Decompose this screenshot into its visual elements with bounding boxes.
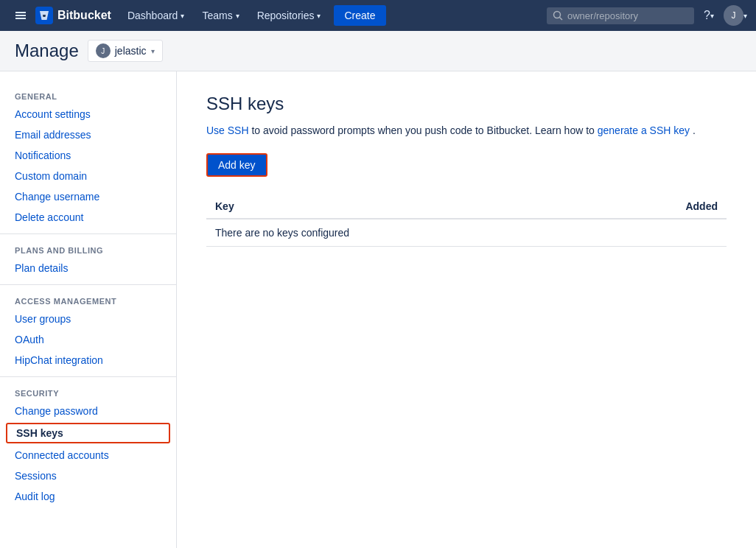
sidebar: General Account settings Email addresses… [0,71,177,548]
help-chevron: ▾ [710,12,714,20]
sidebar-item-audit-log[interactable]: Audit log [0,486,176,507]
user-selector[interactable]: J jelastic ▾ [88,40,163,62]
sidebar-section-access: Access Management [0,291,176,309]
search-input[interactable] [567,10,671,21]
content-title: SSH keys [206,94,727,114]
page-header: Manage J jelastic ▾ [0,31,756,71]
sidebar-item-ssh-keys[interactable]: SSH keys [6,423,170,443]
sidebar-section-general: General [0,86,176,104]
nav-teams[interactable]: Teams ▾ [195,0,246,31]
sidebar-item-hipchat[interactable]: HipChat integration [0,350,176,370]
keys-table-header: Key Added [206,194,727,219]
svg-line-4 [560,18,563,21]
main-layout: General Account settings Email addresses… [0,71,756,548]
nav-dashboard[interactable]: Dashboard ▾ [120,0,192,31]
sidebar-divider-3 [0,376,176,377]
nav-dashboard-label: Dashboard [127,10,178,21]
sidebar-item-account-settings[interactable]: Account settings [0,104,176,124]
nav-repositories-chevron: ▾ [317,12,321,20]
sidebar-item-email-addresses[interactable]: Email addresses [0,124,176,145]
navbar: Bitbucket Dashboard ▾ Teams ▾ Repositori… [0,0,756,31]
help-button[interactable]: ? ▾ [697,4,721,27]
sidebar-item-connected-accounts[interactable]: Connected accounts [0,445,176,466]
svg-point-3 [554,12,561,18]
sidebar-item-user-groups[interactable]: User groups [0,309,176,329]
sidebar-divider-1 [0,233,176,234]
nav-teams-chevron: ▾ [236,12,239,20]
sidebar-section-plans: Plans and Billing [0,240,176,258]
create-button[interactable]: Create [334,5,385,26]
search-box[interactable] [547,7,694,24]
use-ssh-link[interactable]: Use SSH [206,124,249,136]
keys-table-body: There are no keys configured [206,219,727,247]
no-keys-row: There are no keys configured [206,219,727,247]
logo-icon [35,7,53,24]
search-icon [553,10,563,21]
logo-text: Bitbucket [57,9,111,22]
generate-ssh-key-link[interactable]: generate a SSH key [598,124,690,136]
nav-teams-label: Teams [202,10,232,21]
nav-dashboard-chevron: ▾ [181,12,184,20]
add-key-button[interactable]: Add key [206,153,267,177]
help-icon: ? [704,9,710,22]
description-suffix: . [693,124,696,136]
user-menu-button[interactable]: J ▾ [724,4,747,27]
nav-repositories[interactable]: Repositories ▾ [250,0,329,31]
sidebar-item-notifications[interactable]: Notifications [0,145,176,166]
page-title: Manage [15,41,79,61]
sidebar-divider-2 [0,284,176,285]
user-selector-avatar: J [96,43,111,58]
sidebar-item-oauth[interactable]: OAuth [0,329,176,350]
svg-rect-0 [15,12,26,13]
no-keys-message: There are no keys configured [206,219,727,247]
user-avatar: J [724,5,743,26]
svg-rect-2 [15,18,26,19]
content-description: Use SSH to avoid password prompts when y… [206,123,727,138]
sidebar-item-delete-account[interactable]: Delete account [0,207,176,228]
key-column-header: Key [206,194,427,219]
sidebar-item-change-username[interactable]: Change username [0,186,176,207]
main-content: SSH keys Use SSH to avoid password promp… [177,71,756,548]
sidebar-item-custom-domain[interactable]: Custom domain [0,166,176,186]
hamburger-menu[interactable] [9,4,32,27]
keys-table: Key Added There are no keys configured [206,194,727,247]
sidebar-item-sessions[interactable]: Sessions [0,466,176,486]
nav-repositories-label: Repositories [257,10,315,21]
user-selector-caret: ▾ [151,47,155,55]
keys-table-header-row: Key Added [206,194,727,219]
bitbucket-logo[interactable]: Bitbucket [35,7,111,24]
description-middle: to avoid password prompts when you push … [251,124,597,136]
sidebar-section-security: Security [0,383,176,401]
user-chevron: ▾ [743,12,747,20]
svg-rect-1 [15,15,26,16]
added-column-header: Added [427,194,727,219]
user-selector-name: jelastic [115,45,147,57]
sidebar-item-plan-details[interactable]: Plan details [0,258,176,278]
sidebar-item-change-password[interactable]: Change password [0,401,176,421]
